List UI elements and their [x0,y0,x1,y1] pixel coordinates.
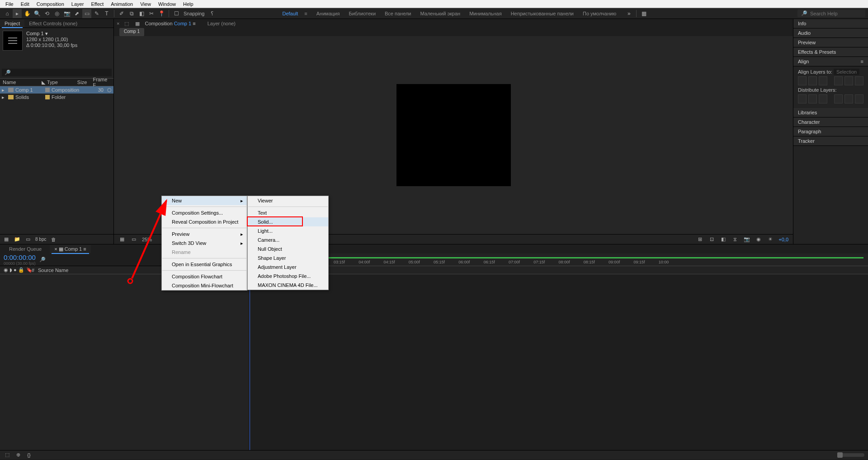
pen-tool-icon[interactable]: ✎ [92,9,101,18]
menu-composition[interactable]: Composition [33,1,68,7]
zoom-tool-icon[interactable]: 🔍 [33,9,42,18]
timecode[interactable]: 0:00:00:00 [4,253,36,261]
workspace-tab[interactable]: Все панели [383,10,413,17]
menu-item[interactable]: Composition Settings... [162,208,247,217]
puppet-tool-icon[interactable]: 📍 [157,9,166,18]
brush-tool-icon[interactable]: ✐ [117,9,126,18]
project-search[interactable]: 🔎 [2,69,112,76]
lock-icon[interactable]: ⬚ [123,20,130,27]
timeline-tracks[interactable] [250,274,868,450]
project-item[interactable]: ▸Comp 1Composition30⬡ [0,86,113,94]
canvas[interactable] [396,84,511,186]
menu-item[interactable]: Viewer [248,196,328,205]
comp-viewer-label[interactable]: Composition Comp 1 ≡ [145,21,195,26]
toggle-switches-icon[interactable]: ⬚ [4,451,11,459]
trash-icon[interactable]: 🗑 [50,236,57,243]
panel-tracker[interactable]: Tracker [793,136,868,146]
menu-window[interactable]: Window [155,1,179,7]
comp-name[interactable]: Comp 1 ▾ [26,31,77,37]
menu-item[interactable]: Preview [162,230,247,239]
time-icon[interactable]: ⧖ [731,236,739,243]
workspace-tab[interactable]: Библиотеки [347,10,377,17]
bpc-label[interactable]: 8 bpc [35,237,46,242]
snap-icon[interactable]: ☐ [172,9,181,18]
workspace-tab[interactable]: Маленький экран [419,10,462,17]
snapshot-icon[interactable]: 📷 [743,236,750,243]
menu-effect[interactable]: Effect [87,1,107,7]
menu-item[interactable]: Reveal Composition in Project [162,217,247,226]
zoom-slider[interactable] [837,453,864,457]
comp-subtab[interactable]: Comp 1 [119,28,144,36]
rect-tool-icon[interactable]: ▭ [82,9,91,18]
menu-item[interactable]: Camera... [248,235,328,244]
panel-menu-icon[interactable]: ▦ [639,9,648,18]
eraser-tool-icon[interactable]: ◧ [137,9,146,18]
menu-item[interactable]: Adobe Photoshop File... [248,272,328,281]
tab-render-queue[interactable]: Render Queue [5,245,46,253]
panel-paragraph[interactable]: Paragraph [793,127,868,136]
tab-effect-controls[interactable]: Effect Controls (none) [24,19,82,28]
folder-icon[interactable]: 📁 [14,236,21,243]
menu-item[interactable]: Composition Flowchart [162,272,247,281]
clone-tool-icon[interactable]: ⧉ [127,9,136,18]
camera-tool-icon[interactable]: 📷 [62,9,71,18]
toggle-modes-icon[interactable]: ⊕ [14,451,22,459]
menu-help[interactable]: Help [179,1,197,7]
menu-item[interactable]: Composition Mini-Flowchart [162,281,247,290]
timeline-search-icon[interactable]: 🔎 [39,257,46,263]
selection-tool-icon[interactable]: ▸ [13,9,22,18]
workspace-menu-icon[interactable]: » [624,9,633,18]
text-tool-icon[interactable]: T [102,9,111,18]
mask-icon[interactable]: ◧ [720,236,727,243]
workspace-tab[interactable]: Анимация [315,10,342,17]
menu-item[interactable]: New [162,196,247,205]
context-menu-main[interactable]: NewComposition Settings...Reveal Composi… [161,196,247,291]
snap-opt-icon[interactable]: ⸮ [208,9,217,18]
tab-project[interactable]: Project [0,19,24,28]
search-help-input[interactable] [810,11,862,16]
panel-character[interactable]: Character [793,117,868,127]
close-tab-icon[interactable]: × [117,21,119,26]
menu-item[interactable]: Text [248,208,328,217]
menu-item[interactable]: Switch 3D View [162,239,247,248]
tab-timeline-comp[interactable]: × ▦ Comp 1 ≡ [50,245,91,253]
toggle-brackets-icon[interactable]: {} [25,451,33,459]
comp-thumbnail[interactable] [3,31,23,51]
panel-info[interactable]: Info [793,19,868,28]
res-icon[interactable]: ▭ [130,236,137,243]
menu-animation[interactable]: Animation [107,1,137,7]
workspace-tab[interactable]: Непристыкованные панели [509,10,576,17]
orbit-tool-icon[interactable]: ⟲ [42,9,52,18]
exposure-value[interactable]: +0,0 [778,237,788,242]
zoom-value[interactable]: 25% [142,237,152,242]
layer-list[interactable] [0,274,250,450]
hand-tool-icon[interactable]: ✋ [23,9,32,18]
menu-item[interactable]: Light... [248,226,328,235]
menu-item[interactable]: Solid... [248,217,328,226]
roto-tool-icon[interactable]: ✂ [147,9,156,18]
search-help[interactable]: 🔎 [797,9,865,17]
panel-libraries[interactable]: Libraries [793,108,868,117]
time-ruler[interactable]: 02:00f02:15f03:00f03:15f04:00f04:15f05:0… [250,253,868,266]
menu-item[interactable]: Shape Layer [248,253,328,263]
project-item[interactable]: ▸SolidsFolder [0,94,113,101]
panel-preview[interactable]: Preview [793,38,868,47]
interpret-icon[interactable]: ▦ [3,236,10,243]
work-area-bar[interactable] [250,257,863,258]
home-icon[interactable]: ⌂ [3,9,12,18]
panel-audio[interactable]: Audio [793,28,868,38]
mag-icon[interactable]: ▦ [118,236,126,243]
menu-layer[interactable]: Layer [68,1,88,7]
layer-viewer-label[interactable]: Layer (none) [208,21,236,26]
menu-view[interactable]: View [137,1,155,7]
menu-item[interactable]: Open in Essential Graphics [162,260,247,269]
project-search-input[interactable] [11,70,109,75]
menu-edit[interactable]: Edit [17,1,33,7]
grid-icon[interactable]: ⊞ [696,236,703,243]
channel-icon[interactable]: ◉ [755,236,762,243]
workspace-tab[interactable]: Минимальная [467,10,504,17]
menu-item[interactable]: MAXON CINEMA 4D File... [248,281,328,290]
workspace-tab[interactable]: По умолчанию [581,10,618,17]
panel-effects-presets[interactable]: Effects & Presets [793,47,868,57]
menu-item[interactable]: Adjustment Layer [248,263,328,272]
